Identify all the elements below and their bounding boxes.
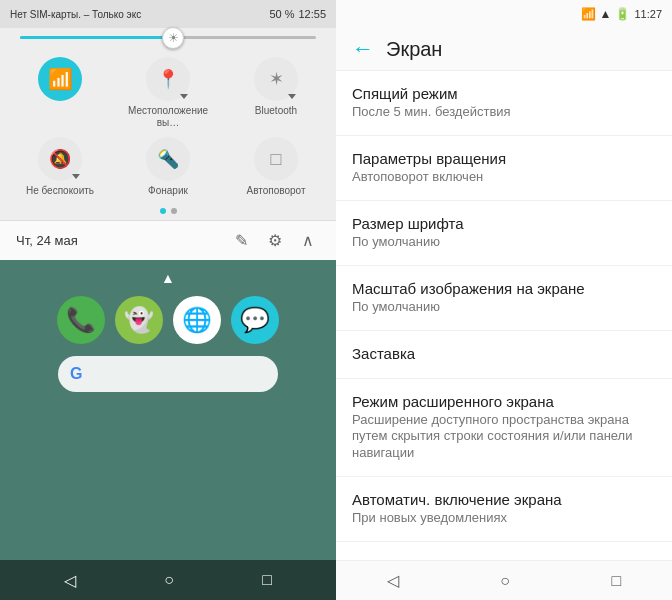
dnd-dropdown-arrow xyxy=(72,174,80,179)
settings-item-displayscale-title: Масштаб изображения на экране xyxy=(352,280,656,297)
app-icon-messages[interactable]: 💬 xyxy=(231,296,279,344)
sim-status: Нет SIM-карты. – Только экс xyxy=(10,9,141,20)
settings-item-rotation-subtitle: Автоповорот включен xyxy=(352,169,656,186)
bluetooth-dropdown-arrow xyxy=(288,94,296,99)
flashlight-icon: 🔦 xyxy=(157,148,179,170)
tile-rotation[interactable]: □ Автоповорот xyxy=(226,137,326,197)
nav-bar-left: ◁ ○ □ xyxy=(0,560,336,600)
status-bar-right: 📶 ▲ 🔋 11:27 xyxy=(336,0,672,28)
tile-flashlight-icon-wrapper[interactable]: 🔦 xyxy=(146,137,190,181)
settings-item-extendedscreen-subtitle: Расширение доступного пространства экран… xyxy=(352,412,656,463)
settings-item-screensaver[interactable]: Заставка xyxy=(336,331,672,379)
edit-button[interactable]: ✎ xyxy=(229,229,254,252)
status-bar-left: Нет SIM-карты. – Только экс 50 % 12:55 xyxy=(0,0,336,28)
tile-location[interactable]: 📍 Местоположение вы… xyxy=(118,57,218,129)
nav-recents-left[interactable]: □ xyxy=(262,571,272,589)
time-right: 11:27 xyxy=(634,8,662,20)
settings-list: Спящий режим После 5 мин. бездействия Па… xyxy=(336,71,672,560)
right-header: ← Экран xyxy=(336,28,672,71)
settings-item-displayscale-subtitle: По умолчанию xyxy=(352,299,656,316)
tile-rotation-icon-wrapper[interactable]: □ xyxy=(254,137,298,181)
settings-item-autowake-subtitle: При новых уведомлениях xyxy=(352,510,656,527)
search-bar[interactable]: G xyxy=(58,356,278,392)
wifi-icon: 📶 xyxy=(48,67,73,91)
app-icon-ghost[interactable]: 👻 xyxy=(115,296,163,344)
brightness-row xyxy=(0,28,336,47)
date-text: Чт, 24 мая xyxy=(16,233,221,248)
brightness-thumb[interactable] xyxy=(162,27,184,49)
settings-item-fontsize-subtitle: По умолчанию xyxy=(352,234,656,251)
time-left: 12:55 xyxy=(298,8,326,20)
app-dock: 📞 👻 🌐 💬 xyxy=(57,296,279,344)
settings-item-sleep-subtitle: После 5 мин. бездействия xyxy=(352,104,656,121)
status-icons-left: 50 % 12:55 xyxy=(269,8,326,20)
brightness-slider[interactable] xyxy=(20,36,316,39)
settings-item-extendedscreen-title: Режим расширенного экрана xyxy=(352,393,656,410)
settings-item-screensaver-title: Заставка xyxy=(352,345,656,362)
left-panel: Нет SIM-карты. – Только экс 50 % 12:55 📶… xyxy=(0,0,336,600)
expand-button[interactable]: ∧ xyxy=(296,229,320,252)
tile-bluetooth[interactable]: ✶ Bluetooth xyxy=(226,57,326,129)
settings-item-sleep-title: Спящий режим xyxy=(352,85,656,102)
right-panel: 📶 ▲ 🔋 11:27 ← Экран Спящий режим После 5… xyxy=(336,0,672,600)
nav-back-right[interactable]: ◁ xyxy=(387,571,399,590)
rotation-icon: □ xyxy=(271,149,282,170)
nav-recents-right[interactable]: □ xyxy=(612,572,622,590)
settings-item-fontsize-title: Размер шрифта xyxy=(352,215,656,232)
settings-item-autowake[interactable]: Автоматич. включение экрана При новых ув… xyxy=(336,477,672,542)
app-icon-chrome[interactable]: 🌐 xyxy=(173,296,221,344)
tile-bluetooth-icon-wrapper[interactable]: ✶ xyxy=(254,57,298,101)
settings-item-fontsize[interactable]: Размер шрифта По умолчанию xyxy=(336,201,672,266)
location-dropdown-arrow xyxy=(180,94,188,99)
tile-location-icon-wrapper[interactable]: 📍 xyxy=(146,57,190,101)
tile-dnd-icon-wrapper[interactable]: 🔕 xyxy=(38,137,82,181)
settings-item-extendedscreen[interactable]: Режим расширенного экрана Расширение дос… xyxy=(336,379,672,478)
nav-home-right[interactable]: ○ xyxy=(500,572,510,590)
settings-item-rotation[interactable]: Параметры вращения Автоповорот включен xyxy=(336,136,672,201)
nav-bar-right: ◁ ○ □ xyxy=(336,560,672,600)
battery-text: 50 % xyxy=(269,8,294,20)
tile-flashlight-label: Фонарик xyxy=(148,185,188,197)
back-arrow-right[interactable]: ← xyxy=(352,36,374,62)
settings-button[interactable]: ⚙ xyxy=(262,229,288,252)
settings-item-displayscale[interactable]: Масштаб изображения на экране По умолчан… xyxy=(336,266,672,331)
tile-wifi-icon-wrapper[interactable]: 📶 xyxy=(38,57,82,101)
nav-back-left[interactable]: ◁ xyxy=(64,571,76,590)
wifi-icon-right: 📶 xyxy=(581,7,596,21)
tile-flashlight[interactable]: 🔦 Фонарик xyxy=(118,137,218,197)
tile-bluetooth-label: Bluetooth xyxy=(255,105,297,117)
screen-title: Экран xyxy=(386,38,442,61)
location-icon: 📍 xyxy=(157,68,179,90)
bluetooth-icon: ✶ xyxy=(269,68,284,90)
app-icon-phone[interactable]: 📞 xyxy=(57,296,105,344)
settings-item-sleep[interactable]: Спящий режим После 5 мин. бездействия xyxy=(336,71,672,136)
dot-1 xyxy=(160,208,166,214)
settings-item-rotation-title: Параметры вращения xyxy=(352,150,656,167)
battery-icon-right: 🔋 xyxy=(615,7,630,21)
dot-2 xyxy=(171,208,177,214)
settings-item-autowake-title: Автоматич. включение экрана xyxy=(352,491,656,508)
tile-dnd-label: Не беспокоить xyxy=(26,185,94,197)
dnd-icon: 🔕 xyxy=(49,148,71,170)
tile-rotation-label: Автоповорот xyxy=(246,185,305,197)
home-area: ▲ 📞 👻 🌐 💬 G xyxy=(0,260,336,600)
tile-wifi[interactable]: 📶 xyxy=(10,57,110,129)
quick-tiles: 📶 📍 Местоположение вы… ✶ Bluetooth 🔕 xyxy=(0,47,336,202)
signal-icon-right: ▲ xyxy=(600,7,612,21)
brightness-fill xyxy=(20,36,183,39)
tile-dnd[interactable]: 🔕 Не беспокоить xyxy=(10,137,110,197)
date-bar: Чт, 24 мая ✎ ⚙ ∧ xyxy=(0,220,336,260)
tile-location-label: Местоположение вы… xyxy=(118,105,218,129)
page-dots xyxy=(0,202,336,220)
expand-arrow-home[interactable]: ▲ xyxy=(161,270,175,286)
nav-home-left[interactable]: ○ xyxy=(164,571,174,589)
google-logo: G xyxy=(70,365,82,383)
